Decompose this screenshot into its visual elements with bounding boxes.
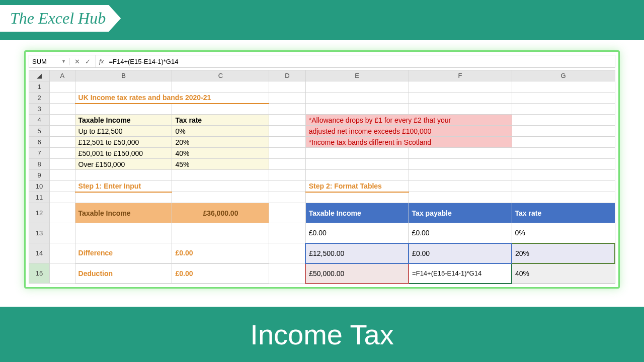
bands-header-income: Taxable Income [75, 115, 172, 126]
row-header[interactable]: 13 [29, 223, 50, 243]
section-title: UK Income tax rates and bands 2020-21 [75, 93, 269, 104]
input-value[interactable]: £36,000.00 [172, 203, 269, 223]
row-header[interactable]: 10 [29, 181, 50, 192]
cell-F13[interactable]: £0.00 [409, 223, 512, 243]
row-header[interactable]: 7 [29, 148, 50, 159]
col-header-E[interactable]: E [305, 70, 409, 81]
cell-G13[interactable]: 0% [512, 223, 615, 243]
brand-label: The Excel Hub [0, 5, 121, 32]
row-header[interactable]: 4 [29, 115, 50, 126]
cell-E13[interactable]: £0.00 [305, 223, 409, 243]
name-box-dropdown-icon[interactable]: ▼ [61, 59, 66, 64]
row-header[interactable]: 3 [29, 104, 50, 115]
formula-bar: SUM ▼ ✕ ✓ fx =F14+(E15-E14-1)*G14 [29, 55, 615, 68]
row-header[interactable]: 1 [29, 81, 50, 93]
note-line: adjusted net income exceeds £100,000 [305, 126, 512, 137]
band-income: Over £150,000 [75, 159, 172, 170]
col-header-G[interactable]: G [512, 70, 615, 81]
table2-header-income: Taxable Income [305, 203, 409, 223]
footer-title: Income Tax [250, 318, 393, 351]
row-header[interactable]: 12 [29, 203, 50, 223]
row-header[interactable]: 11 [29, 192, 50, 203]
fx-icon[interactable]: fx [96, 57, 107, 65]
step1-label: Step 1: Enter Input [75, 181, 172, 192]
row-header[interactable]: 14 [29, 243, 50, 263]
footer-banner: Income Tax [0, 307, 644, 362]
col-header-D[interactable]: D [269, 70, 305, 81]
name-box[interactable]: SUM ▼ [29, 58, 69, 65]
row-header[interactable]: 5 [29, 126, 50, 137]
note-line: *Income tax bands different in Scotland [305, 137, 512, 148]
formula-input[interactable]: =F14+(E15-E14-1)*G14 [107, 58, 180, 65]
cancel-icon[interactable]: ✕ [74, 58, 80, 65]
difference-value[interactable]: £0.00 [172, 243, 269, 263]
row-header[interactable]: 9 [29, 170, 50, 181]
col-header-F[interactable]: F [409, 70, 512, 81]
spreadsheet-frame: SUM ▼ ✕ ✓ fx =F14+(E15-E14-1)*G14 ◢ A B … [24, 50, 620, 289]
band-rate: 45% [172, 159, 269, 170]
input-label: Taxable Income [75, 203, 172, 223]
deduction-value[interactable]: £0.00 [172, 263, 269, 284]
difference-label: Difference [75, 243, 172, 263]
top-banner: The Excel Hub [0, 0, 644, 40]
deduction-label: Deduction [75, 263, 172, 284]
name-box-value: SUM [32, 58, 47, 65]
row-header[interactable]: 2 [29, 93, 50, 104]
band-rate: 0% [172, 126, 269, 137]
col-header-C[interactable]: C [172, 70, 269, 81]
cell-F14[interactable]: £0.00 [409, 243, 512, 263]
column-header-row: ◢ A B C D E F G [29, 70, 615, 81]
table2-header-payable: Tax payable [409, 203, 512, 223]
band-income: Up to £12,500 [75, 126, 172, 137]
cell-E14[interactable]: £12,500.00 [305, 243, 409, 263]
band-rate: 20% [172, 137, 269, 148]
accept-icon[interactable]: ✓ [85, 58, 91, 65]
select-all-corner[interactable]: ◢ [29, 70, 50, 81]
row-header[interactable]: 15 [29, 263, 50, 284]
band-rate: 40% [172, 148, 269, 159]
cell-E15[interactable]: £50,000.00 [305, 263, 409, 284]
band-income: £50,001 to £150,000 [75, 148, 172, 159]
spreadsheet-grid[interactable]: ◢ A B C D E F G 1 2 UK Income tax rates … [29, 70, 615, 284]
band-income: £12,501 to £50,000 [75, 137, 172, 148]
active-cell-F15[interactable]: =F14+(E15-E14-1)*G14 [409, 263, 512, 284]
row-header[interactable]: 6 [29, 137, 50, 148]
row-header[interactable]: 8 [29, 159, 50, 170]
bands-header-rate: Tax rate [172, 115, 269, 126]
col-header-B[interactable]: B [75, 70, 172, 81]
note-line: *Allowance drops by £1 for every £2 that… [305, 115, 512, 126]
cell-G15[interactable]: 40% [512, 263, 615, 284]
cell-G14[interactable]: 20% [512, 243, 615, 263]
col-header-A[interactable]: A [49, 70, 75, 81]
step2-label: Step 2: Format Tables [305, 181, 409, 192]
table2-header-rate: Tax rate [512, 203, 615, 223]
